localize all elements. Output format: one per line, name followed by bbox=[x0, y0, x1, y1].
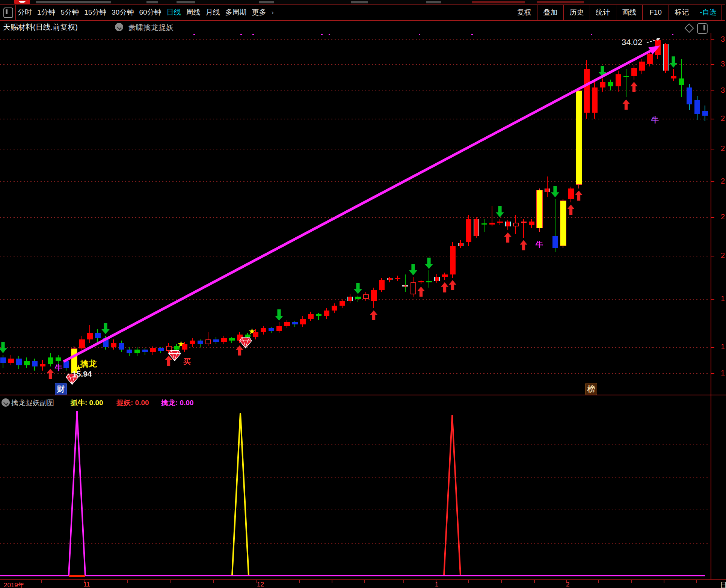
y-axis-label: 1 bbox=[721, 369, 726, 377]
y-axis-label: 3 bbox=[721, 60, 726, 68]
month-label: 1 bbox=[435, 581, 438, 588]
month-label: 12 bbox=[257, 581, 264, 588]
x-axis-tick bbox=[631, 580, 632, 583]
x-axis-tick bbox=[664, 580, 664, 583]
subchart-gridline bbox=[0, 444, 710, 445]
y-axis-tick bbox=[711, 217, 714, 218]
x-axis-tick bbox=[696, 580, 697, 583]
y-axis bbox=[711, 33, 711, 580]
y-axis-label: 3 bbox=[721, 35, 726, 44]
y-axis-tick bbox=[711, 119, 714, 119]
tdx-chart-window: 分时1分钟5分钟15分钟30分钟60分钟日线周线月线多周期更多› 复权叠加历史统… bbox=[0, 0, 726, 588]
x-axis-tick bbox=[299, 580, 300, 583]
y-axis-label: 1 bbox=[721, 294, 726, 303]
x-axis-tick bbox=[332, 580, 332, 583]
month-label: 11 bbox=[83, 581, 90, 588]
y-axis-tick bbox=[711, 256, 714, 256]
y-axis-tick bbox=[711, 373, 714, 374]
y-axis-label: 2 bbox=[721, 114, 726, 123]
x-axis bbox=[0, 579, 726, 580]
x-axis-tick bbox=[501, 580, 502, 583]
x-axis-tick bbox=[534, 580, 535, 583]
subchart-indicator bbox=[0, 0, 726, 588]
y-axis-tick bbox=[711, 181, 714, 182]
y-axis-tick bbox=[711, 39, 714, 40]
x-axis-tick bbox=[598, 580, 599, 583]
y-axis-label: 3 bbox=[721, 86, 726, 95]
year-label: 2019年 bbox=[4, 581, 24, 588]
x-axis-tick bbox=[468, 580, 469, 583]
x-axis-tick bbox=[170, 580, 171, 583]
y-axis-tick bbox=[711, 299, 714, 300]
subchart-gridline bbox=[0, 543, 710, 544]
baseline-highlight bbox=[69, 575, 85, 577]
subchart-gridline bbox=[0, 477, 710, 478]
indicator-baseline bbox=[0, 575, 705, 576]
y-axis-label: 1 bbox=[721, 342, 726, 351]
x-axis-tick bbox=[256, 580, 257, 583]
subchart-gridline bbox=[0, 510, 710, 510]
x-axis-tick bbox=[213, 580, 214, 583]
period-label: 日 bbox=[720, 580, 726, 588]
y-axis-tick bbox=[711, 347, 714, 348]
x-axis-tick bbox=[41, 580, 42, 583]
month-label: 2 bbox=[566, 581, 569, 588]
y-axis-tick bbox=[711, 90, 714, 91]
x-axis-tick bbox=[127, 580, 128, 583]
y-axis-label: 2 bbox=[721, 251, 726, 260]
x-axis-tick bbox=[403, 580, 404, 583]
y-axis-tick bbox=[711, 149, 714, 149]
y-axis-label: 2 bbox=[721, 177, 726, 185]
y-axis-label: 2 bbox=[721, 144, 726, 153]
y-axis-tick bbox=[711, 64, 714, 65]
x-axis-tick bbox=[364, 580, 365, 583]
y-axis-label: 2 bbox=[721, 213, 726, 221]
